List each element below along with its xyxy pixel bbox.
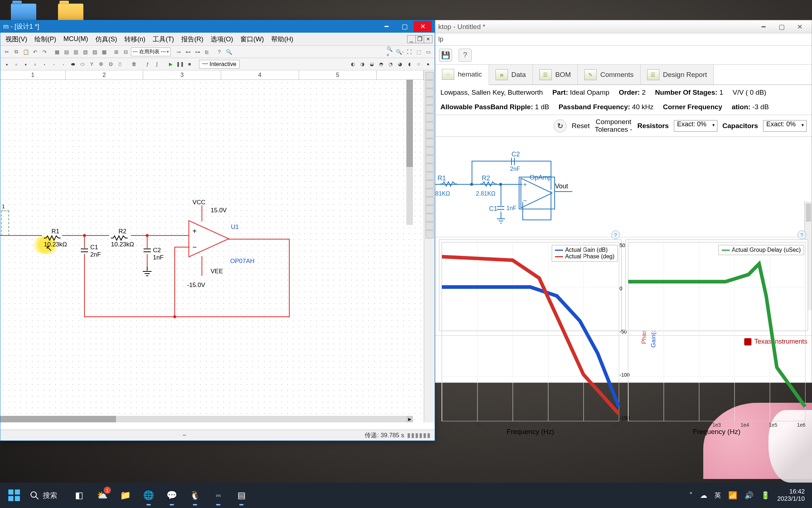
qq-icon[interactable]: 🐧 [188, 488, 202, 503]
taskbar-clock[interactable]: 16:42 2023/1/10 [777, 488, 805, 503]
grid-icon[interactable]: ▩ [100, 48, 108, 56]
grid-icon[interactable]: ▦ [53, 48, 61, 56]
wire[interactable] [174, 247, 190, 247]
tab-design-report[interactable]: ☰Design Report [641, 65, 714, 85]
instrument-icon[interactable] [426, 72, 434, 80]
start-button[interactable] [5, 486, 23, 504]
wire[interactable] [174, 247, 175, 317]
wire[interactable] [147, 235, 148, 248]
copy-icon[interactable]: ⧉ [12, 48, 21, 56]
zoom-out-icon[interactable]: 🔍- [395, 48, 404, 56]
parts-icon[interactable]: ⚙ [97, 60, 105, 69]
menu-item[interactable]: 窗口(W) [237, 33, 267, 45]
scrollbar-thumb[interactable] [0, 416, 116, 422]
instrument-icon[interactable] [426, 172, 434, 180]
wire[interactable] [84, 316, 290, 317]
instrument-icon[interactable] [426, 205, 434, 213]
probe-icon[interactable]: ⊷ [184, 48, 192, 56]
parts-icon[interactable]: ⬫ [59, 60, 68, 69]
instrument-icon[interactable] [426, 89, 434, 97]
parts-icon[interactable]: ⬧ [21, 60, 30, 69]
plot-area[interactable]: 500-50-100-150 Phase Gain(dB) [442, 242, 619, 421]
instr-icon[interactable]: ○ [414, 60, 423, 69]
paste-icon[interactable]: 📋 [21, 48, 30, 56]
resistor-r1[interactable]: R1 10.23kΩ [44, 228, 67, 248]
search-icon[interactable]: 🔍 [224, 48, 233, 56]
instrument-icon[interactable] [426, 230, 434, 238]
grid-icon[interactable]: ▨ [90, 48, 99, 56]
desktop-folder-icon[interactable] [58, 4, 83, 22]
instrument-icon[interactable] [426, 122, 434, 130]
parts-icon[interactable]: Y [87, 60, 96, 69]
help-icon[interactable]: ? [611, 230, 620, 239]
instrument-icon[interactable] [426, 197, 434, 205]
reset-icon[interactable]: ↻ [554, 119, 567, 132]
undo-icon[interactable]: ↶ [31, 48, 40, 56]
menu-item[interactable]: 帮助(H) [268, 33, 296, 45]
tab-bom[interactable]: ☰BOM [533, 65, 578, 85]
delete-icon[interactable]: 🗑 [129, 60, 138, 69]
instr-icon[interactable]: ◕ [395, 60, 404, 69]
resistor-r2[interactable]: R2 10.23kΩ [111, 228, 134, 248]
scrollbar-thumb[interactable] [406, 80, 413, 167]
instr-icon[interactable]: ◖ [405, 60, 414, 69]
parts-icon[interactable]: ⬭ [78, 60, 87, 69]
filterpro-menubar[interactable]: lp [435, 33, 812, 46]
func-icon[interactable]: ∫ [153, 60, 161, 69]
multisim-icon[interactable]: ⎓ [211, 488, 225, 503]
zoom-area-icon[interactable]: ⬚ [414, 48, 423, 56]
instr-icon[interactable]: ◔ [386, 60, 395, 69]
instrument-icon[interactable] [426, 180, 434, 188]
onedrive-icon[interactable]: ☁ [700, 491, 707, 500]
instr-icon[interactable]: ◑ [358, 60, 366, 69]
filterpro-icon[interactable]: ▤ [234, 488, 249, 503]
close-button[interactable]: ✕ [414, 21, 432, 32]
wire[interactable] [0, 235, 42, 236]
func-icon[interactable]: ƒ [143, 60, 152, 69]
menu-item[interactable]: MCU(M) [61, 34, 91, 44]
parts-icon[interactable]: ⬩ [40, 60, 49, 69]
capacitors-tolerance-select[interactable]: Exact: 0% [763, 120, 807, 132]
parts-icon[interactable]: ⬦ [12, 60, 21, 69]
wire[interactable] [228, 239, 290, 239]
parts-icon[interactable]: ⬨ [31, 60, 40, 69]
instrument-icon[interactable] [426, 214, 434, 222]
schematic-canvas[interactable]: 1 2 3 4 5 1 ↖ R1 [0, 70, 424, 422]
parts-icon[interactable]: ⬯ [116, 60, 124, 69]
tray-chevron-icon[interactable]: ˄ [689, 491, 693, 500]
weather-icon[interactable]: ⛅1 [95, 488, 109, 503]
tab-schematic[interactable]: ⎓hematic [435, 65, 489, 85]
menu-item[interactable]: 转移(n) [121, 33, 148, 45]
mdi-restore-icon[interactable]: ❐ [415, 35, 424, 43]
tab-comments[interactable]: ✎Comments [578, 65, 641, 85]
wire[interactable] [147, 254, 148, 269]
minimize-button[interactable]: ━ [377, 21, 395, 32]
wechat-icon[interactable]: 💬 [165, 488, 179, 503]
instr-icon[interactable]: ● [424, 60, 432, 69]
menu-item[interactable]: 选项(O) [208, 33, 236, 45]
help-icon[interactable]: ? [215, 48, 224, 56]
probe-icon[interactable]: ⊵ [203, 48, 211, 56]
minimize-button[interactable]: ━ [754, 21, 772, 32]
sim-mode-combo[interactable]: 〰 Interactive [199, 60, 240, 69]
schematic-grid[interactable]: 1 ↖ R1 10.23kΩ R2 10.23kΩ [0, 80, 424, 422]
wire[interactable] [202, 205, 202, 221]
maximize-button[interactable]: ▢ [772, 21, 791, 32]
help-icon[interactable]: ? [459, 49, 472, 62]
wire[interactable] [84, 254, 85, 317]
filterpro-titlebar[interactable]: ktop - Untitled * ━ ▢ ✕ [435, 20, 812, 33]
instrument-icon[interactable] [426, 189, 434, 197]
parts-icon[interactable]: ⬪ [50, 60, 58, 69]
inuse-list-combo[interactable]: --- 在用列表 --- [131, 48, 171, 56]
group-delay-plot[interactable]: ? Actual Group Delay (uSec) Group Delay … [625, 239, 808, 331]
run-icon[interactable]: ▶ [166, 60, 175, 69]
battery-icon[interactable]: 🔋 [761, 491, 770, 500]
instrument-icon[interactable] [426, 139, 434, 147]
wire[interactable] [289, 239, 290, 317]
instrument-icon[interactable] [426, 105, 434, 113]
instr-icon[interactable]: ◐ [348, 60, 357, 69]
wire[interactable] [131, 235, 189, 236]
gain-phase-plot[interactable]: ? Actual Gain (dB) Actual Phase (deg) 50… [439, 239, 622, 331]
instrument-icon[interactable] [426, 147, 434, 155]
task-view-icon[interactable]: ◧ [72, 488, 86, 503]
